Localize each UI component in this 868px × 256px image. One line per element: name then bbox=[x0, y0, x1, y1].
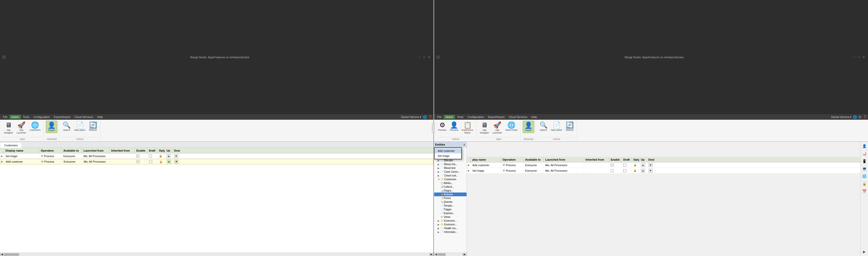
left-th-display[interactable]: Display name bbox=[4, 148, 39, 153]
tree-node-cloud-cust[interactable]: ▶ 📄 Cloud cust... bbox=[434, 174, 467, 177]
right-help-icon[interactable]: ❓ bbox=[863, 115, 867, 119]
tree-node-trigger[interactable]: 📄 Trigger bbox=[434, 208, 467, 211]
tree-hscroll[interactable]: ◀ ▶ bbox=[434, 253, 467, 256]
left-row2-draft-cb[interactable] bbox=[149, 160, 152, 163]
left-search-btn[interactable]: 🔍 Search bbox=[61, 121, 72, 133]
left-scroll-thumb[interactable] bbox=[4, 253, 19, 256]
left-minimize-btn[interactable]: ─ bbox=[417, 56, 422, 59]
left-td-up2[interactable]: ▲ bbox=[165, 159, 173, 164]
right-win-controls[interactable]: ─ □ ✕ bbox=[852, 56, 866, 59]
right-th-play[interactable]: play name bbox=[471, 157, 501, 162]
vert-btn-lock[interactable]: 🔒 bbox=[861, 180, 868, 187]
right-menu-configuration[interactable]: Configuration bbox=[466, 115, 486, 119]
right-th-up[interactable]: Up bbox=[639, 157, 647, 162]
tree-node-queries[interactable]: 🔍 Queries bbox=[434, 200, 467, 204]
tree-expand-informatio[interactable]: ▶ bbox=[438, 231, 440, 233]
left-th-up[interactable]: Up bbox=[165, 148, 173, 153]
right-th-enable[interactable]: Enable bbox=[609, 157, 622, 162]
right-th-draft[interactable]: Draft bbox=[622, 157, 632, 162]
tree-node-health-mo[interactable]: ▶ 📄 Health mo... bbox=[434, 226, 467, 230]
left-row1-up-btn[interactable]: ▲ bbox=[166, 154, 171, 158]
right-menu-tools[interactable]: Tools bbox=[455, 115, 466, 119]
left-row1-down-btn[interactable]: ▼ bbox=[174, 154, 178, 158]
left-expert-btn[interactable]: 👤 Expert bbox=[46, 121, 57, 133]
tree-node-collecti[interactable]: 🔗 Collecti... bbox=[434, 185, 467, 189]
left-customers-tab[interactable]: Customers bbox=[0, 142, 22, 148]
right-row2-down-btn[interactable]: ▼ bbox=[648, 169, 653, 173]
left-th-launched[interactable]: Launched from bbox=[82, 148, 110, 153]
tree-expand-customers[interactable]: ▼ bbox=[438, 178, 440, 181]
right-settings-icon[interactable]: ⚙ bbox=[859, 115, 862, 119]
left-collapse-handle[interactable]: ‹ bbox=[432, 123, 435, 133]
tree-expand-bilirubin[interactable]: ▶ bbox=[438, 159, 440, 162]
tree-node-views[interactable]: 👁 Views bbox=[434, 215, 467, 219]
right-row1-enable-cb[interactable] bbox=[611, 163, 614, 167]
tree-expand-blood-che[interactable]: ▶ bbox=[438, 163, 440, 166]
right-new-action-btn[interactable]: 📄 New action bbox=[550, 121, 564, 133]
left-scroll-left[interactable]: ◀ bbox=[0, 253, 4, 256]
left-th-operation[interactable]: Operation bbox=[39, 148, 62, 153]
right-search-btn[interactable]: 🔍 Search bbox=[538, 121, 549, 133]
tree-node-environm2[interactable]: ▶ 📁 Environm... bbox=[434, 223, 467, 226]
left-th-draft[interactable]: Draft bbox=[147, 148, 157, 153]
right-restore-btn[interactable]: □ bbox=[857, 56, 861, 59]
left-th-enable[interactable]: Enable bbox=[135, 148, 147, 153]
tree-scroll-track[interactable] bbox=[438, 253, 463, 256]
left-td-down1[interactable]: ▼ bbox=[173, 153, 180, 159]
left-new-action-btn[interactable]: 📄 New action bbox=[73, 121, 87, 133]
left-th-available[interactable]: Available to bbox=[62, 148, 82, 153]
right-process-btn[interactable]: ⚙ Process bbox=[437, 121, 448, 133]
left-row2-up-btn[interactable]: ▲ bbox=[167, 160, 171, 163]
tree-expand-cloud-cust[interactable]: ▶ bbox=[438, 175, 440, 177]
left-menu-home[interactable]: Home bbox=[9, 115, 21, 119]
vert-btn-computer[interactable]: 💻 bbox=[861, 166, 868, 172]
tree-node-case-cance[interactable]: ▶ 📄 Case Cance... bbox=[434, 170, 467, 174]
tree-node-blood-test[interactable]: ▶ 📄 Blood test bbox=[434, 166, 467, 170]
tree-expand-blood-test[interactable]: ▶ bbox=[438, 167, 440, 170]
left-row-add-customer[interactable]: ▶ Add customer ⚙ Process Everyone Me, Al… bbox=[0, 159, 433, 164]
left-row1-expand[interactable]: ▶ bbox=[0, 153, 4, 159]
left-menu-help[interactable]: Help bbox=[95, 115, 105, 119]
right-td-draft1[interactable] bbox=[622, 162, 632, 168]
right-work-portal-btn[interactable]: 🌐 Work Portal bbox=[504, 121, 519, 133]
tree-node-diagra[interactable]: 📊 Diagra... bbox=[434, 189, 467, 192]
right-th-oply[interactable]: Oply bbox=[632, 157, 639, 162]
right-row1-down-btn[interactable]: ▼ bbox=[648, 163, 653, 167]
tree-expand-case-cance[interactable]: ▶ bbox=[438, 171, 440, 173]
tree-node-attribu[interactable]: 📋 Attribu... bbox=[434, 181, 467, 185]
right-menu-file[interactable]: File bbox=[435, 115, 444, 119]
left-td-down2[interactable]: ▼ bbox=[173, 159, 180, 164]
right-row1-up-btn[interactable]: ▲ bbox=[641, 163, 645, 167]
left-td-up1[interactable]: ▲ bbox=[165, 153, 173, 159]
right-row-add-customer[interactable]: ▶ Add customer ⚙ Process Everyone Me, Al… bbox=[467, 162, 861, 168]
right-row2-enable-cb[interactable] bbox=[611, 169, 614, 172]
tree-node-customers[interactable]: ▼ 📁 Customers bbox=[434, 177, 467, 181]
left-td-draft2[interactable] bbox=[148, 159, 158, 164]
left-help-icon[interactable]: ❓ bbox=[428, 115, 432, 119]
right-td-up2[interactable]: ▲ bbox=[639, 168, 647, 173]
tree-node-actions[interactable]: ⚡ Actions bbox=[434, 192, 467, 196]
right-app-launcher-btn[interactable]: 🚀 AppLauncher bbox=[491, 121, 503, 135]
left-th-oply[interactable]: Oply bbox=[157, 148, 165, 153]
right-refresh-btn[interactable]: 🔄 Refresh bbox=[564, 121, 575, 133]
left-th-inherited[interactable]: Inherited from bbox=[110, 148, 135, 153]
right-minimize-btn[interactable]: ─ bbox=[852, 56, 857, 59]
left-hscroll[interactable]: ◀ ▶ bbox=[0, 253, 433, 256]
left-menu-tools[interactable]: Tools bbox=[21, 115, 31, 119]
right-menu-export[interactable]: Export/Import bbox=[486, 115, 506, 119]
tree-node-templa[interactable]: 📄 Templa... bbox=[434, 204, 467, 208]
tree-node-forms[interactable]: 📝 Forms bbox=[434, 196, 467, 200]
right-close-btn[interactable]: ✕ bbox=[862, 56, 866, 59]
right-td-down2[interactable]: ▼ bbox=[647, 168, 654, 173]
left-row2-down-btn[interactable]: ▼ bbox=[174, 160, 179, 163]
vert-btn-chart[interactable]: 📊 bbox=[861, 150, 868, 157]
right-menu-home[interactable]: Home bbox=[444, 115, 455, 119]
right-th-available[interactable]: Available to bbox=[524, 157, 544, 162]
left-menu-cloud[interactable]: Cloud Services bbox=[72, 115, 95, 119]
tree-scroll-thumb[interactable] bbox=[438, 253, 446, 256]
right-app-designer-btn[interactable]: 🖥 AppDesigner bbox=[478, 121, 491, 135]
vert-btn-calendar[interactable]: 📅 bbox=[861, 188, 868, 194]
right-row2-draft-cb[interactable] bbox=[623, 169, 626, 172]
left-td-enable2[interactable] bbox=[135, 159, 148, 164]
left-app-designer-btn[interactable]: 🖥 AppDesigner bbox=[2, 121, 14, 135]
